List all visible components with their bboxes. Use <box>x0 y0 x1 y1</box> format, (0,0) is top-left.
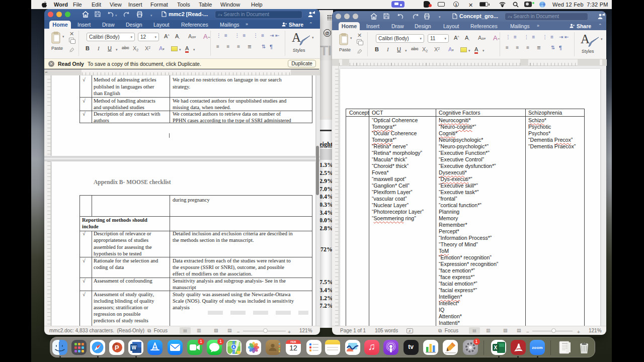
svg-text:X: X <box>494 345 498 350</box>
svg-text:P: P <box>115 344 119 351</box>
svg-text:W: W <box>132 345 137 350</box>
